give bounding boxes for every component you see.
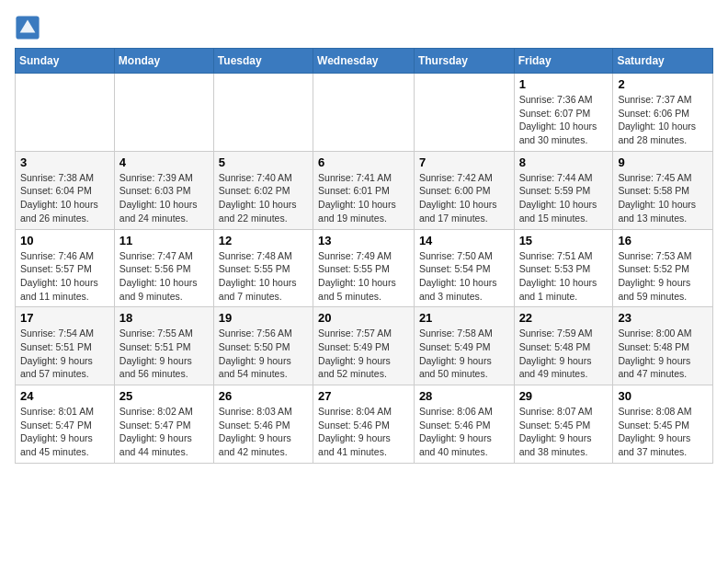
calendar-day: 4Sunrise: 7:39 AM Sunset: 6:03 PM Daylig… (114, 151, 213, 229)
calendar-day: 18Sunrise: 7:55 AM Sunset: 5:51 PM Dayli… (114, 307, 213, 385)
day-number: 24 (20, 389, 109, 403)
calendar-day: 17Sunrise: 7:54 AM Sunset: 5:51 PM Dayli… (16, 307, 115, 385)
calendar-week: 24Sunrise: 8:01 AM Sunset: 5:47 PM Dayli… (16, 385, 713, 464)
day-info: Sunrise: 8:06 AM Sunset: 5:46 PM Dayligh… (419, 406, 493, 457)
day-number: 5 (219, 155, 308, 169)
day-info: Sunrise: 7:51 AM Sunset: 5:53 PM Dayligh… (519, 250, 597, 302)
weekday-cell: Wednesday (313, 49, 415, 74)
day-number: 2 (618, 77, 708, 91)
calendar-day: 30Sunrise: 8:08 AM Sunset: 5:45 PM Dayli… (613, 385, 713, 464)
day-number: 6 (318, 155, 409, 169)
day-number: 20 (318, 311, 409, 325)
logo-icon (15, 15, 40, 40)
day-number: 14 (419, 234, 509, 247)
calendar-day: 24Sunrise: 8:01 AM Sunset: 5:47 PM Dayli… (16, 385, 115, 464)
day-info: Sunrise: 7:38 AM Sunset: 6:04 PM Dayligh… (20, 172, 98, 224)
day-number: 3 (20, 155, 109, 169)
calendar-day: 28Sunrise: 8:06 AM Sunset: 5:46 PM Dayli… (414, 385, 514, 464)
day-info: Sunrise: 7:49 AM Sunset: 5:55 PM Dayligh… (318, 250, 396, 302)
day-info: Sunrise: 7:54 AM Sunset: 5:51 PM Dayligh… (20, 327, 94, 379)
day-info: Sunrise: 7:47 AM Sunset: 5:56 PM Dayligh… (119, 250, 198, 302)
day-number: 4 (119, 155, 209, 169)
calendar-day: 22Sunrise: 7:59 AM Sunset: 5:48 PM Dayli… (514, 307, 613, 385)
day-info: Sunrise: 8:03 AM Sunset: 5:46 PM Dayligh… (219, 406, 292, 457)
day-number: 29 (519, 389, 609, 403)
day-info: Sunrise: 7:55 AM Sunset: 5:51 PM Dayligh… (119, 327, 193, 379)
day-info: Sunrise: 7:45 AM Sunset: 5:58 PM Dayligh… (618, 172, 696, 224)
day-info: Sunrise: 7:57 AM Sunset: 5:49 PM Dayligh… (318, 327, 392, 379)
calendar-day: 5Sunrise: 7:40 AM Sunset: 6:02 PM Daylig… (213, 151, 313, 229)
calendar-day: 14Sunrise: 7:50 AM Sunset: 5:54 PM Dayli… (414, 229, 514, 307)
calendar-day: 15Sunrise: 7:51 AM Sunset: 5:53 PM Dayli… (514, 229, 613, 307)
day-info: Sunrise: 8:02 AM Sunset: 5:47 PM Dayligh… (119, 406, 193, 457)
day-info: Sunrise: 7:40 AM Sunset: 6:02 PM Dayligh… (219, 172, 297, 224)
calendar-week: 1Sunrise: 7:36 AM Sunset: 6:07 PM Daylig… (16, 74, 713, 152)
day-info: Sunrise: 7:42 AM Sunset: 6:00 PM Dayligh… (419, 172, 497, 224)
calendar-day (414, 74, 514, 152)
calendar-day: 21Sunrise: 7:58 AM Sunset: 5:49 PM Dayli… (414, 307, 514, 385)
weekday-cell: Friday (514, 49, 613, 74)
calendar-day: 10Sunrise: 7:46 AM Sunset: 5:57 PM Dayli… (16, 229, 115, 307)
day-number: 23 (618, 311, 708, 325)
day-info: Sunrise: 7:48 AM Sunset: 5:55 PM Dayligh… (219, 250, 297, 302)
day-number: 25 (119, 389, 209, 403)
day-number: 21 (419, 311, 509, 325)
calendar-day: 3Sunrise: 7:38 AM Sunset: 6:04 PM Daylig… (16, 151, 115, 229)
weekday-cell: Monday (114, 49, 213, 74)
day-number: 22 (519, 311, 609, 325)
weekday-cell: Sunday (16, 49, 115, 74)
calendar-table: SundayMondayTuesdayWednesdayThursdayFrid… (15, 48, 713, 464)
calendar-week: 3Sunrise: 7:38 AM Sunset: 6:04 PM Daylig… (16, 151, 713, 229)
logo (15, 15, 44, 40)
calendar-day: 23Sunrise: 8:00 AM Sunset: 5:48 PM Dayli… (613, 307, 713, 385)
day-number: 12 (219, 234, 308, 247)
calendar-day: 19Sunrise: 7:56 AM Sunset: 5:50 PM Dayli… (213, 307, 313, 385)
day-info: Sunrise: 7:39 AM Sunset: 6:03 PM Dayligh… (119, 172, 198, 224)
calendar-day: 29Sunrise: 8:07 AM Sunset: 5:45 PM Dayli… (514, 385, 613, 464)
calendar-day: 11Sunrise: 7:47 AM Sunset: 5:56 PM Dayli… (114, 229, 213, 307)
day-info: Sunrise: 7:41 AM Sunset: 6:01 PM Dayligh… (318, 172, 396, 224)
day-number: 16 (618, 234, 708, 247)
calendar-day: 2Sunrise: 7:37 AM Sunset: 6:06 PM Daylig… (613, 74, 713, 152)
calendar-day: 8Sunrise: 7:44 AM Sunset: 5:59 PM Daylig… (514, 151, 613, 229)
calendar-day: 27Sunrise: 8:04 AM Sunset: 5:46 PM Dayli… (313, 385, 415, 464)
weekday-cell: Tuesday (213, 49, 313, 74)
weekday-cell: Thursday (414, 49, 514, 74)
calendar-day (16, 74, 115, 152)
day-number: 11 (119, 234, 209, 247)
day-info: Sunrise: 8:04 AM Sunset: 5:46 PM Dayligh… (318, 406, 392, 457)
calendar-day: 16Sunrise: 7:53 AM Sunset: 5:52 PM Dayli… (613, 229, 713, 307)
day-info: Sunrise: 7:58 AM Sunset: 5:49 PM Dayligh… (419, 327, 493, 379)
calendar-day: 12Sunrise: 7:48 AM Sunset: 5:55 PM Dayli… (213, 229, 313, 307)
day-info: Sunrise: 7:46 AM Sunset: 5:57 PM Dayligh… (20, 250, 98, 302)
day-number: 10 (20, 234, 109, 247)
calendar-day: 13Sunrise: 7:49 AM Sunset: 5:55 PM Dayli… (313, 229, 415, 307)
day-info: Sunrise: 8:00 AM Sunset: 5:48 PM Dayligh… (618, 327, 691, 379)
day-number: 19 (219, 311, 308, 325)
day-number: 27 (318, 389, 409, 403)
day-info: Sunrise: 8:07 AM Sunset: 5:45 PM Dayligh… (519, 406, 593, 457)
day-info: Sunrise: 7:44 AM Sunset: 5:59 PM Dayligh… (519, 172, 597, 224)
calendar-day: 9Sunrise: 7:45 AM Sunset: 5:58 PM Daylig… (613, 151, 713, 229)
day-number: 1 (519, 77, 609, 91)
day-number: 8 (519, 155, 609, 169)
day-number: 7 (419, 155, 509, 169)
day-number: 28 (419, 389, 509, 403)
day-number: 9 (618, 155, 708, 169)
calendar-day (213, 74, 313, 152)
day-info: Sunrise: 8:08 AM Sunset: 5:45 PM Dayligh… (618, 406, 691, 457)
calendar-week: 17Sunrise: 7:54 AM Sunset: 5:51 PM Dayli… (16, 307, 713, 385)
day-info: Sunrise: 8:01 AM Sunset: 5:47 PM Dayligh… (20, 406, 94, 457)
day-info: Sunrise: 7:36 AM Sunset: 6:07 PM Dayligh… (519, 94, 597, 145)
calendar-body: 1Sunrise: 7:36 AM Sunset: 6:07 PM Daylig… (16, 74, 713, 464)
calendar-day (114, 74, 213, 152)
day-info: Sunrise: 7:37 AM Sunset: 6:06 PM Dayligh… (618, 94, 696, 145)
calendar-day: 25Sunrise: 8:02 AM Sunset: 5:47 PM Dayli… (114, 385, 213, 464)
calendar-day: 1Sunrise: 7:36 AM Sunset: 6:07 PM Daylig… (514, 74, 613, 152)
weekday-header: SundayMondayTuesdayWednesdayThursdayFrid… (16, 49, 713, 74)
calendar-day (313, 74, 415, 152)
day-info: Sunrise: 7:56 AM Sunset: 5:50 PM Dayligh… (219, 327, 292, 379)
day-info: Sunrise: 7:50 AM Sunset: 5:54 PM Dayligh… (419, 250, 497, 302)
calendar-day: 20Sunrise: 7:57 AM Sunset: 5:49 PM Dayli… (313, 307, 415, 385)
day-number: 18 (119, 311, 209, 325)
